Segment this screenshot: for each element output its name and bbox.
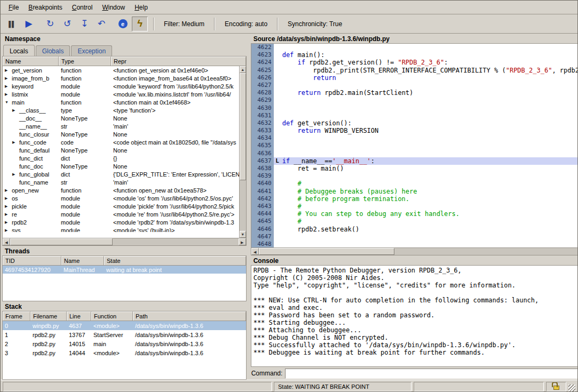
source-line[interactable]: 4630 (251, 105, 578, 112)
expand-arrow-icon[interactable]: ▶ (5, 84, 12, 89)
current-line-marker[interactable] (274, 241, 281, 247)
source-line[interactable]: 4643 # (251, 203, 578, 210)
stack-frame-row[interactable]: 1 rpdb2.py 13767 StartServer /data/sys/b… (3, 330, 246, 339)
expand-arrow-icon[interactable]: ▶ (12, 140, 19, 145)
namespace-row[interactable]: ▶rpdb2 module <module 'rpdb2' from '/dat… (3, 218, 246, 226)
namespace-row[interactable]: func_defaul NoneType None (3, 146, 246, 154)
current-line-marker[interactable] (274, 233, 281, 241)
source-line[interactable]: 4635 (251, 142, 578, 149)
hscroll-thumb[interactable] (10, 238, 113, 245)
menu-item[interactable]: Breakpoints (23, 2, 67, 13)
namespace-row[interactable]: ▶sys module <module 'sys' (built-in)> (3, 226, 246, 232)
expand-arrow-icon[interactable]: ▶ (5, 220, 12, 225)
resize-grip[interactable] (568, 385, 575, 391)
current-line-marker[interactable] (274, 74, 281, 82)
encoding-button[interactable]: e (115, 17, 131, 31)
expand-arrow-icon[interactable]: ▼ (5, 100, 12, 104)
scroll-up-icon[interactable]: ▲ (240, 66, 246, 73)
return-button[interactable]: ↶ (93, 17, 109, 31)
current-line-marker[interactable]: L (274, 157, 281, 165)
namespace-row[interactable]: ▶func_code code <code object main at 0x1… (3, 138, 246, 146)
scroll-down-icon[interactable]: ▼ (240, 231, 246, 238)
expand-arrow-icon[interactable]: ▶ (5, 92, 12, 97)
current-line-marker[interactable] (274, 134, 281, 142)
source-line[interactable]: 4622 (251, 44, 578, 51)
current-line-marker[interactable] (274, 127, 281, 134)
synchronicity-button[interactable]: ϟ (132, 17, 148, 31)
thread-row[interactable]: 46974534127920 MainThread waiting at bre… (3, 266, 246, 274)
current-line-marker[interactable] (274, 112, 281, 119)
scroll-left-icon[interactable]: ◀ (251, 248, 259, 255)
source-line[interactable]: 4648 (251, 241, 578, 247)
source-line[interactable]: 4631 (251, 112, 578, 119)
source-line[interactable]: 4647 (251, 233, 578, 241)
column-header-type[interactable]: Type (59, 57, 111, 66)
goto-button[interactable]: ↧ (76, 17, 92, 31)
namespace-row[interactable]: func_name str 'main' (3, 178, 246, 186)
namespace-row[interactable]: ▼main function <function main at 0x1ef46… (3, 98, 246, 106)
column-header-filename[interactable]: Filename (30, 311, 67, 321)
menu-item[interactable]: Window (97, 2, 130, 13)
namespace-row[interactable]: ▶image_from_b function <function image_f… (3, 74, 246, 82)
namespace-row[interactable]: func_doc NoneType None (3, 162, 246, 170)
current-line-marker[interactable] (274, 89, 281, 97)
column-header-tid[interactable]: TID (3, 256, 61, 265)
current-line-marker[interactable] (274, 44, 281, 51)
namespace-tab[interactable]: Globals (36, 45, 70, 56)
current-line-marker[interactable] (274, 67, 281, 74)
source-line[interactable]: 4636 (251, 150, 578, 157)
current-line-marker[interactable] (274, 203, 281, 210)
expand-arrow-icon[interactable]: ▶ (5, 228, 12, 233)
current-line-marker[interactable] (274, 59, 281, 66)
expand-arrow-icon[interactable]: ▶ (12, 172, 19, 177)
namespace-row[interactable]: ▶func_global dict {'DLG_EXPR_TITLE': 'En… (3, 170, 246, 178)
namespace-tab[interactable]: Exception (71, 45, 112, 56)
current-line-marker[interactable] (274, 210, 281, 218)
expand-arrow-icon[interactable]: ▶ (5, 204, 12, 209)
expand-arrow-icon[interactable]: ▶ (5, 196, 12, 201)
source-line[interactable]: 4623 def main(): (251, 51, 578, 59)
current-line-marker[interactable] (274, 97, 281, 104)
source-line[interactable]: 4644 # You can step to debug any exit ha… (251, 210, 578, 218)
namespace-row[interactable]: ▶os module <module 'os' from '/usr/lib64… (3, 194, 246, 202)
current-line-marker[interactable] (274, 195, 281, 203)
namespace-row[interactable]: __doc__ NoneType None (3, 114, 246, 122)
expand-arrow-icon[interactable]: ▶ (5, 76, 12, 81)
source-line[interactable]: 4645 # (251, 218, 578, 225)
namespace-hscrollbar[interactable]: ◀ ▶ (3, 238, 246, 245)
source-line[interactable]: 4624 if rpdb2.get_version() != "RPDB_2_3… (251, 59, 578, 66)
current-line-marker[interactable] (274, 172, 281, 180)
column-header-line[interactable]: Line (67, 311, 91, 321)
source-line[interactable]: 4625 rpdb2._print(STR_ERROR_INTERFACE_CO… (251, 67, 578, 74)
source-line[interactable]: 4639 (251, 172, 578, 180)
source-line[interactable]: 4632 def get_version(): (251, 119, 578, 127)
namespace-row[interactable]: ▶re module <module 're' from '/usr/lib64… (3, 210, 246, 218)
column-header-frame[interactable]: Frame (3, 311, 30, 321)
source-line[interactable]: 4638 ret = main() (251, 165, 578, 172)
expand-arrow-icon[interactable]: ▶ (5, 68, 12, 73)
scroll-right-icon[interactable]: ▶ (239, 238, 246, 245)
source-line[interactable]: 4626 return (251, 74, 578, 82)
source-line[interactable]: 4646 rpdb2.setbreak() (251, 226, 578, 233)
step-over-button[interactable]: ↺ (59, 17, 75, 31)
namespace-row[interactable]: __name__ str 'main' (3, 122, 246, 130)
current-line-marker[interactable] (274, 165, 281, 172)
expand-arrow-icon[interactable]: ▶ (12, 108, 19, 113)
source-line[interactable]: 4640 # (251, 180, 578, 187)
column-header-function[interactable]: Function (91, 311, 133, 321)
stack-frame-row[interactable]: 0 winpdb.py 4637 <module> /data/sys/bin/… (3, 321, 246, 330)
step-into-button[interactable]: ↻ (42, 17, 58, 31)
namespace-row[interactable]: func_closur NoneType None (3, 130, 246, 138)
namespace-row[interactable]: ▶get_version function <function get_vers… (3, 66, 246, 74)
command-input[interactable] (285, 369, 578, 379)
namespace-row[interactable]: ▶keyword module <module 'keyword' from '… (3, 82, 246, 90)
current-line-marker[interactable] (274, 180, 281, 187)
source-hscrollbar[interactable]: ◀ ▶ (251, 247, 578, 255)
namespace-row[interactable]: ▶__class__ type <type 'function'> (3, 106, 246, 114)
source-line[interactable]: 4629 (251, 97, 578, 104)
current-line-marker[interactable] (274, 226, 281, 233)
current-line-marker[interactable] (274, 119, 281, 127)
namespace-row[interactable]: ▶listmix module <module 'wx.lib.mixins.l… (3, 90, 246, 98)
source-line[interactable]: 4637 L if __name__=='__main__': (251, 157, 578, 165)
column-header-name[interactable]: Name (3, 57, 59, 66)
